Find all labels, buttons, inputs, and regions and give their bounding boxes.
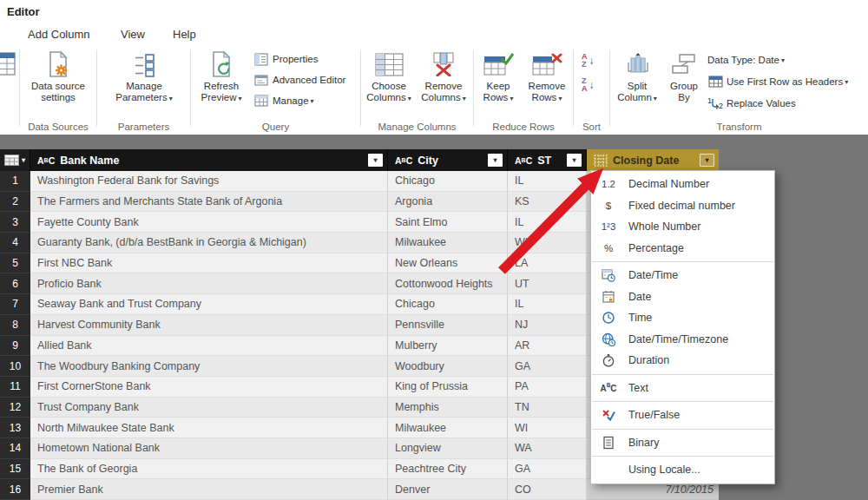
sort-ascending-button[interactable]: AZ ↓	[582, 50, 604, 71]
menu-item-true-false[interactable]: True/False	[591, 405, 774, 426]
menu-item-whole-number[interactable]: 1²3Whole Number	[591, 216, 774, 238]
cell-city[interactable]: Mulberry	[388, 336, 508, 357]
cell-bank-name[interactable]: Proficio Bank	[30, 273, 388, 294]
cell-state[interactable]: IL	[508, 212, 587, 233]
advanced-editor-button[interactable]: Advanced Editor	[253, 71, 345, 89]
cell-bank-name[interactable]: Harvest Community Bank	[30, 315, 388, 336]
manage-button[interactable]: Manage▾	[253, 92, 314, 109]
row-number[interactable]: 13	[0, 418, 30, 438]
column-header-st[interactable]: ABC ST ▾	[508, 149, 587, 171]
cell-city[interactable]: Longview	[388, 438, 508, 459]
filter-dropdown-button[interactable]: ▾	[700, 154, 714, 167]
cell-city[interactable]: Denver	[388, 479, 508, 500]
cell-state[interactable]: IL	[508, 171, 587, 192]
row-number[interactable]: 9	[0, 336, 30, 357]
cell-state[interactable]: KS	[508, 192, 587, 213]
cell-bank-name[interactable]: Washington Federal Bank for Savings	[30, 171, 388, 192]
choose-columns-button[interactable]: Choose Columns▾	[363, 48, 415, 104]
cell-city[interactable]: Milwaukee	[388, 418, 508, 438]
row-number[interactable]: 15	[0, 459, 30, 480]
row-number[interactable]: 8	[0, 315, 30, 336]
cell-bank-name[interactable]: First NBC Bank	[30, 253, 388, 274]
row-number[interactable]: 1	[0, 171, 30, 192]
cell-state[interactable]: GA	[508, 356, 587, 377]
menu-item-binary[interactable]: Binary	[591, 432, 774, 454]
menu-item-date-time[interactable]: Date/Time	[591, 265, 774, 286]
row-number[interactable]: 14	[0, 438, 30, 459]
menu-item-date-time-timezone[interactable]: Date/Time/Timezone	[591, 329, 774, 351]
cell-city[interactable]: New Orleans	[388, 253, 508, 274]
cell-bank-name[interactable]: Trust Company Bank	[30, 398, 388, 418]
filter-dropdown-button[interactable]: ▾	[488, 154, 503, 167]
row-number[interactable]: 12	[0, 398, 30, 418]
sort-descending-button[interactable]: ZA ↓	[582, 75, 604, 95]
cell-bank-name[interactable]: The Woodbury Banking Company	[30, 356, 388, 377]
menu-item-text[interactable]: ABCText	[591, 378, 774, 399]
cell-city[interactable]: Chicago	[388, 294, 508, 315]
data-source-settings-button[interactable]: Data source settings	[23, 48, 93, 103]
cell-city[interactable]: Cottonwood Heights	[388, 273, 508, 294]
row-number[interactable]: 7	[0, 294, 30, 315]
menu-item-time[interactable]: Time	[591, 307, 774, 329]
row-number[interactable]: 11	[0, 377, 30, 398]
cell-state[interactable]: PA	[508, 377, 587, 398]
row-number[interactable]: 16	[0, 479, 30, 500]
cell-state[interactable]: GA	[508, 459, 587, 480]
cell-city[interactable]: King of Prussia	[388, 377, 508, 398]
filter-dropdown-button[interactable]: ▾	[368, 154, 383, 167]
replace-values-button[interactable]: 1 2 Replace Values	[707, 95, 796, 112]
split-column-button[interactable]: Split Column▾	[612, 48, 662, 104]
filter-dropdown-button[interactable]: ▾	[567, 154, 582, 167]
row-number[interactable]: 5	[0, 253, 30, 274]
cell-bank-name[interactable]: Fayette County Bank	[30, 212, 388, 233]
cell-city[interactable]: Woodbury	[388, 356, 508, 377]
cell-state[interactable]: WI	[508, 418, 587, 438]
cell-state[interactable]: AR	[508, 336, 587, 357]
row-number[interactable]: 6	[0, 273, 30, 294]
cell-city[interactable]: Memphis	[388, 398, 508, 418]
cell-state[interactable]: UT	[508, 273, 587, 294]
cell-bank-name[interactable]: Seaway Bank and Trust Company	[30, 294, 388, 315]
menu-item-percentage[interactable]: %Percentage	[591, 238, 774, 260]
keep-rows-button[interactable]: Keep Rows▾	[476, 48, 521, 104]
menu-tab-add-column[interactable]: Add Column	[28, 28, 90, 41]
column-header-city[interactable]: ABC City ▾	[388, 149, 508, 171]
menu-tab-help[interactable]: Help	[173, 28, 196, 41]
remove-rows-button[interactable]: Remove Rows▾	[523, 48, 571, 104]
menu-item-duration[interactable]: Duration	[591, 350, 774, 372]
column-header-closing-date[interactable]: Closing Date ▾	[587, 149, 719, 171]
cell-bank-name[interactable]: Allied Bank	[30, 336, 388, 357]
cell-city[interactable]: Peachtree City	[388, 459, 508, 480]
cell-state[interactable]: LA	[508, 253, 587, 274]
menu-item-date[interactable]: Date	[591, 286, 774, 308]
cell-state[interactable]: NJ	[508, 315, 587, 336]
menu-tab-view[interactable]: View	[121, 28, 145, 41]
menu-item-using-locale[interactable]: Using Locale...	[591, 459, 774, 481]
cell-city[interactable]: Pennsville	[388, 315, 508, 336]
cell-state[interactable]: TN	[508, 398, 587, 418]
cell-state[interactable]: CO	[508, 479, 587, 500]
column-header-bank-name[interactable]: ABC Bank Name ▾	[30, 149, 388, 171]
cell-bank-name[interactable]: North Milwaukee State Bank	[30, 418, 388, 438]
row-number[interactable]: 2	[0, 192, 30, 213]
cell-city[interactable]: Chicago	[388, 171, 508, 192]
cell-bank-name[interactable]: The Bank of Georgia	[30, 459, 388, 480]
row-number[interactable]: 10	[0, 356, 30, 377]
refresh-preview-button[interactable]: Refresh Preview▾	[194, 48, 248, 104]
manage-parameters-button[interactable]: Manage Parameters▾	[109, 48, 179, 104]
cell-state[interactable]: WI	[508, 233, 587, 253]
use-first-row-as-headers-button[interactable]: Use First Row as Headers▾	[707, 73, 848, 90]
cell-bank-name[interactable]: Guaranty Bank, (d/b/a BestBank in Georgi…	[30, 233, 388, 253]
row-number[interactable]: 3	[0, 212, 30, 233]
cell-state[interactable]: WA	[508, 438, 587, 459]
remove-columns-button[interactable]: Remove Columns▾	[417, 48, 470, 104]
properties-button[interactable]: Properties	[253, 50, 318, 68]
menu-item-decimal-number[interactable]: 1.2Decimal Number	[591, 174, 774, 195]
group-by-button[interactable]: Group By	[664, 48, 704, 103]
data-type-button[interactable]: Data Type: Date▾	[707, 51, 785, 69]
cell-city[interactable]: Milwaukee	[388, 233, 508, 253]
cell-bank-name[interactable]: First CornerStone Bank	[30, 377, 388, 398]
row-number[interactable]: 4	[0, 233, 30, 253]
cell-city[interactable]: Argonia	[388, 192, 508, 213]
cell-bank-name[interactable]: The Farmers and Merchants State Bank of …	[30, 192, 388, 213]
